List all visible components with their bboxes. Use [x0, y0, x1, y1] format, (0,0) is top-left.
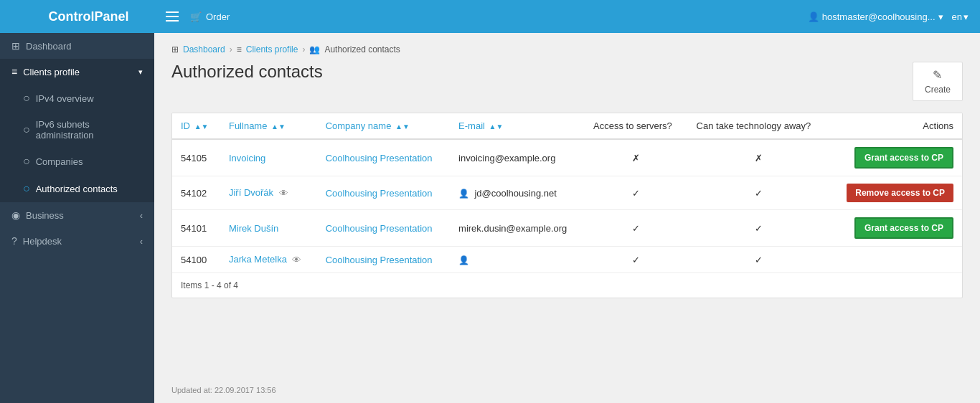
lang-menu[interactable]: en ▾ [952, 11, 969, 22]
breadcrumb: ⊞ Dashboard › ≡ Clients profile › 👥 Auth… [171, 44, 963, 54]
breadcrumb-sep1: › [230, 44, 232, 54]
breadcrumb-dashboard[interactable]: Dashboard [183, 44, 225, 54]
main-content: ⊞ Dashboard › ≡ Clients profile › 👥 Auth… [154, 33, 980, 403]
sidebar-ipv6-label: IPv6 subnets administration [36, 119, 143, 141]
sidebar-clients-profile-label: Clients profile [23, 67, 133, 77]
cell-access: ✗ [585, 139, 688, 176]
table-row: 54105InvoicingCoolhousing Presentationin… [172, 139, 962, 176]
remove-access-button[interactable]: Remove access to CP [847, 184, 953, 202]
helpdesk-icon: ? [11, 235, 17, 247]
breadcrumb-icon: ⊞ [171, 44, 179, 54]
sidebar-item-clients-profile[interactable]: ≡ Clients profile ▾ [0, 59, 154, 85]
sidebar-item-ipv4[interactable]: ○ IPv4 overview [0, 85, 154, 112]
clients-profile-icon: ≡ [11, 66, 17, 77]
sidebar-item-companies[interactable]: ○ Companies [0, 148, 154, 175]
eye-icon: 👁 [290, 255, 302, 265]
user-menu[interactable]: 👤 hostmaster@coolhousing... ▾ [808, 11, 943, 22]
topbar: ControlPanel 🛒 Order 👤 hostmaster@coolho… [0, 0, 980, 33]
cell-actions [829, 247, 962, 273]
updated-at: Updated at: 22.09.2017 13:56 [171, 386, 276, 394]
grant-access-button[interactable]: Grant access to CP [854, 217, 953, 239]
create-icon: ✎ [933, 68, 942, 82]
cell-id: 54100 [172, 247, 220, 273]
user-label: hostmaster@coolhousing... [822, 11, 936, 22]
topbar-right: 👤 hostmaster@coolhousing... ▾ en ▾ [808, 11, 969, 22]
person-icon: 👤 [458, 255, 469, 265]
cell-company: Coolhousing Presentation [317, 247, 450, 273]
breadcrumb-clients-icon: ≡ [237, 44, 242, 54]
eye-icon: 👁 [276, 188, 288, 199]
cell-id: 54105 [172, 139, 220, 176]
helpdesk-left: ? Helpdesk [11, 235, 62, 247]
clients-profile-arrow: ▾ [138, 67, 143, 77]
id-sort-icon: ▲▼ [194, 123, 209, 131]
cell-fullname: Jarka Metelka 👁 [220, 247, 317, 273]
cell-actions: Grant access to CP [829, 210, 962, 247]
col-access: Access to servers? [585, 113, 688, 139]
cell-take-away: ✓ [688, 176, 829, 210]
cell-email: 👤 jd@coolhousing.net [450, 176, 585, 210]
table-body: 54105InvoicingCoolhousing Presentationin… [172, 139, 962, 272]
sidebar-item-ipv6[interactable]: ○ IPv6 subnets administration [0, 112, 154, 148]
cell-id: 54102 [172, 176, 220, 210]
breadcrumb-clients-profile[interactable]: Clients profile [246, 44, 298, 54]
col-id[interactable]: ID ▲▼ [172, 113, 220, 139]
cell-take-away: ✓ [688, 210, 829, 247]
create-button[interactable]: ✎ Create [913, 62, 963, 101]
cell-take-away: ✗ [688, 139, 829, 176]
items-count: Items 1 - 4 of 4 [172, 272, 962, 298]
sidebar-item-dashboard[interactable]: ⊞ Dashboard [0, 33, 154, 59]
page-title: Authorized contacts [171, 62, 323, 82]
company-link[interactable]: Coolhousing Presentation [326, 188, 433, 199]
business-left: ◉ Business [11, 209, 64, 221]
breadcrumb-sep2: › [302, 44, 305, 54]
col-take-away: Can take technology away? [688, 113, 829, 139]
company-link[interactable]: Coolhousing Presentation [326, 223, 433, 234]
create-label: Create [925, 85, 951, 95]
fullname-link[interactable]: Invoicing [229, 153, 265, 163]
order-link[interactable]: 🛒 Order [190, 11, 230, 22]
cell-company: Coolhousing Presentation [317, 210, 450, 247]
lang-arrow: ▾ [963, 11, 969, 22]
menu-toggle[interactable] [166, 11, 179, 22]
col-email[interactable]: E-mail ▲▼ [450, 113, 585, 139]
sidebar: ⊞ Dashboard ≡ Clients profile ▾ ○ IPv4 o… [0, 33, 154, 403]
cell-email: 👤 [450, 247, 585, 273]
cart-icon: 🛒 [190, 11, 202, 22]
cell-email: invoicing@example.org [450, 139, 585, 176]
breadcrumb-current: Authorized contacts [324, 44, 400, 54]
cell-take-away: ✓ [688, 247, 829, 273]
sidebar-item-business[interactable]: ◉ Business ‹ [0, 202, 154, 228]
lang-label: en [952, 11, 962, 22]
sidebar-item-authorized-contacts[interactable]: ○ Authorized contacts [0, 175, 154, 202]
grant-access-button[interactable]: Grant access to CP [854, 147, 953, 169]
cell-actions: Remove access to CP [829, 176, 962, 210]
cell-company: Coolhousing Presentation [317, 139, 450, 176]
fullname-sort-icon: ▲▼ [271, 123, 286, 131]
table-row: 54102Jiří Dvořák 👁Coolhousing Presentati… [172, 176, 962, 210]
order-label: Order [206, 11, 230, 22]
table-card: ID ▲▼ Fullname ▲▼ Company name ▲▼ [171, 113, 963, 298]
company-link[interactable]: Coolhousing Presentation [326, 255, 433, 265]
company-link[interactable]: Coolhousing Presentation [326, 153, 433, 163]
cell-actions: Grant access to CP [829, 139, 962, 176]
ipv4-dot-icon: ○ [23, 92, 30, 105]
business-arrow: ‹ [140, 210, 143, 221]
page-header: Authorized contacts ✎ Create [171, 62, 963, 101]
col-company[interactable]: Company name ▲▼ [317, 113, 450, 139]
fullname-link[interactable]: Jiří Dvořák [229, 187, 273, 198]
contacts-table: ID ▲▼ Fullname ▲▼ Company name ▲▼ [172, 113, 962, 272]
sidebar-helpdesk-label: Helpdesk [23, 236, 62, 247]
col-fullname[interactable]: Fullname ▲▼ [220, 113, 317, 139]
sidebar-item-helpdesk[interactable]: ? Helpdesk ‹ [0, 228, 154, 254]
dashboard-icon: ⊞ [11, 40, 20, 52]
cell-access: ✓ [585, 176, 688, 210]
content-area: ⊞ Dashboard › ≡ Clients profile › 👥 Auth… [154, 33, 980, 377]
cell-id: 54101 [172, 210, 220, 247]
fullname-link[interactable]: Jarka Metelka [229, 254, 287, 265]
fullname-link[interactable]: Mirek Dušín [229, 223, 278, 234]
cell-access: ✓ [585, 210, 688, 247]
brand: ControlPanel [11, 9, 166, 24]
sidebar-business-label: Business [26, 210, 64, 221]
authorized-contacts-dot-icon: ○ [23, 182, 30, 195]
